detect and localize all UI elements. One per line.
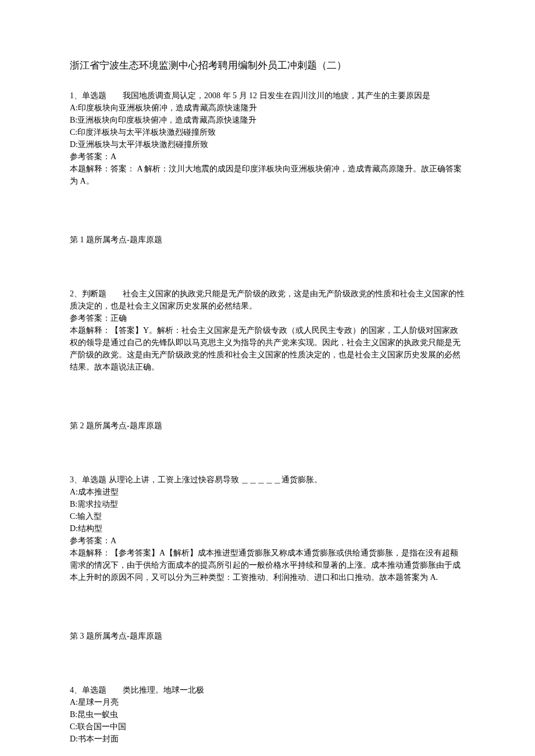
option-d: D:结构型 [70,522,465,535]
option-d: D:亚洲板块与太平洋板块激烈碰撞所致 [70,138,465,151]
explanation: 本题解释：【参考答案】A【解析】成本推进型通货膨胀又称成本通货膨胀或供给通货膨胀… [70,547,465,583]
option-b: B:需求拉动型 [70,498,465,510]
option-a: A:星球一月亮 [70,696,465,708]
explanation: 本题解释：答案： A 解析：汶川大地震的成因是印度洋板块向亚洲板块俯冲，造成青藏… [70,163,465,187]
option-b: B:亚洲板块向印度板块俯冲，造成青藏高原快速隆升 [70,114,465,126]
option-a: A:印度板块向亚洲板块俯冲，造成青藏高原快速隆升 [70,102,465,114]
question-block: 2、判断题 社会主义国家的执政党只能是无产阶级的政党，这是由无产阶级政党的性质和… [70,288,465,373]
question-footer: 第 2 题所属考点-题库原题 [70,420,465,432]
document-page: 浙江省宁波生态环境监测中心招考聘用编制外员工冲刺题（二） 1、单选题 我国地质调… [0,0,535,756]
document-title: 浙江省宁波生态环境监测中心招考聘用编制外员工冲刺题（二） [70,58,465,73]
question-header: 4、单选题 类比推理。地球一北极 [70,684,465,696]
option-c: C:输入型 [70,510,465,522]
question-block: 1、单选题 我国地质调查局认定，2008 年 5 月 12 日发生在四川汶川的地… [70,89,465,187]
question-block: 4、单选题 类比推理。地球一北极 A:星球一月亮 B:昆虫一蚁虫 C:联合国一中… [70,684,465,745]
option-c: C:印度洋板块与太平洋板块激烈碰撞所致 [70,126,465,138]
answer-label: 参考答案：正确 [70,312,465,324]
question-header: 3、单选题 从理论上讲，工资上涨过快容易导致 ＿＿＿＿＿通货膨胀。 [70,474,465,486]
answer-label: 参考答案：A [70,151,465,163]
option-a: A:成本推进型 [70,486,465,498]
explanation: 本题解释：【答案】Y。解析：社会主义国家是无产阶级专政（或人民民主专政）的国家，… [70,324,465,373]
question-block: 3、单选题 从理论上讲，工资上涨过快容易导致 ＿＿＿＿＿通货膨胀。 A:成本推进… [70,474,465,583]
question-header: 1、单选题 我国地质调查局认定，2008 年 5 月 12 日发生在四川汶川的地… [70,89,465,102]
option-c: C:联合国一中国 [70,721,465,733]
option-b: B:昆虫一蚁虫 [70,708,465,721]
question-header: 2、判断题 社会主义国家的执政党只能是无产阶级的政党，这是由无产阶级政党的性质和… [70,288,465,312]
option-d: D:书本一封面 [70,733,465,745]
question-footer: 第 1 题所属考点-题库原题 [70,234,465,246]
answer-label: 参考答案：A [70,535,465,547]
question-footer: 第 3 题所属考点-题库原题 [70,630,465,642]
